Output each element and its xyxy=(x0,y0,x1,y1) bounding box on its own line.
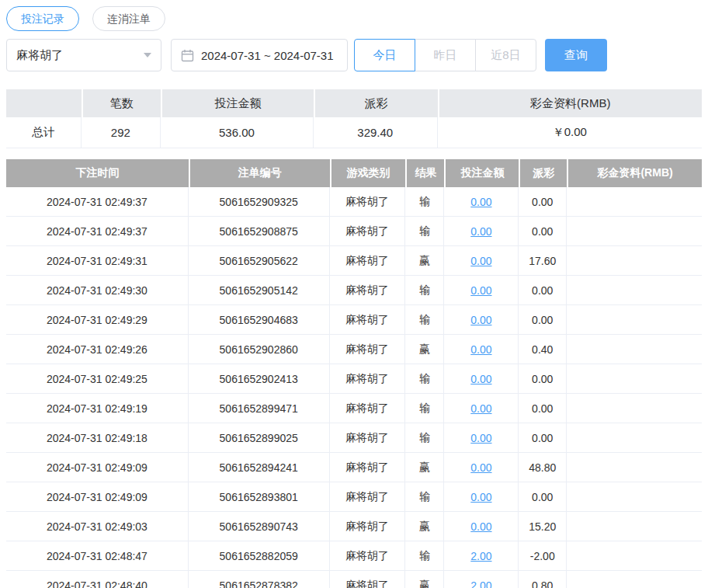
cell-game-type: 麻将胡了 xyxy=(330,512,406,541)
bet-records-table: 下注时间 注单编号 游戏类别 结果 投注金额 派彩 彩金资料(RMB) 2024… xyxy=(6,159,702,588)
bet-amount-link[interactable]: 2.00 xyxy=(470,550,491,562)
bet-amount-link[interactable]: 0.00 xyxy=(470,520,491,533)
cell-bet-amount: 0.00 xyxy=(444,364,519,394)
date-range-value: 2024-07-31 ~ 2024-07-31 xyxy=(201,49,334,62)
cell-bet-time: 2024-07-31 02:49:30 xyxy=(6,276,189,305)
table-row: 2024-07-31 02:49:09 5061652894241 麻将胡了 赢… xyxy=(6,453,702,482)
cell-game-type: 麻将胡了 xyxy=(330,305,406,335)
bet-amount-link[interactable]: 0.00 xyxy=(470,314,491,326)
cell-bonus xyxy=(567,512,702,541)
summary-header-count: 笔数 xyxy=(82,89,161,117)
game-select[interactable]: 麻将胡了 xyxy=(6,39,161,71)
cell-bet-amount: 0.00 xyxy=(444,423,519,453)
cell-result: 输 xyxy=(405,276,444,305)
bet-table-body: 2024-07-31 02:49:37 5061652909325 麻将胡了 输… xyxy=(6,187,702,588)
bet-amount-link[interactable]: 0.00 xyxy=(470,284,491,297)
cell-payout: 0.00 xyxy=(519,187,567,217)
bet-amount-link[interactable]: 0.00 xyxy=(470,432,491,444)
cell-bonus xyxy=(567,364,702,394)
tab-bet-records[interactable]: 投注记录 xyxy=(6,6,79,31)
cell-game-type: 麻将胡了 xyxy=(330,423,406,453)
cell-bonus xyxy=(567,423,702,453)
bet-amount-link[interactable]: 0.00 xyxy=(470,491,491,503)
filter-bar: 麻将胡了 2024-07-31 ~ 2024-07-31 今日 昨日 近8日 查… xyxy=(6,39,702,71)
cell-order-id: 5061652893801 xyxy=(189,482,330,512)
bet-amount-link[interactable]: 0.00 xyxy=(470,343,491,356)
cell-bet-amount: 2.00 xyxy=(444,571,519,588)
header-order-id: 注单编号 xyxy=(189,159,330,187)
cell-order-id: 5061652908875 xyxy=(189,217,330,246)
cell-order-id: 5061652905142 xyxy=(189,276,330,305)
tab-cancelled-orders[interactable]: 连消注单 xyxy=(92,6,165,31)
cell-result: 输 xyxy=(405,305,444,335)
cell-order-id: 5061652899025 xyxy=(189,423,330,453)
date-range-picker[interactable]: 2024-07-31 ~ 2024-07-31 xyxy=(171,39,348,71)
summary-header-row: 笔数 投注金额 派彩 彩金资料(RMB) xyxy=(6,89,702,117)
table-row: 2024-07-31 02:49:37 5061652908875 麻将胡了 输… xyxy=(6,217,702,246)
cell-result: 赢 xyxy=(405,246,444,276)
cell-result: 输 xyxy=(405,364,444,394)
table-row: 2024-07-31 02:49:29 5061652904683 麻将胡了 输… xyxy=(6,305,702,335)
summary-total-payout: 329.40 xyxy=(314,117,437,148)
search-button[interactable]: 查询 xyxy=(545,39,607,71)
cell-bet-time: 2024-07-31 02:48:47 xyxy=(6,541,189,571)
bet-amount-link[interactable]: 0.00 xyxy=(470,373,491,385)
bet-amount-link[interactable]: 0.00 xyxy=(470,461,491,474)
bet-amount-link[interactable]: 0.00 xyxy=(470,255,491,267)
cell-bet-amount: 0.00 xyxy=(444,335,519,364)
summary-total-bonus: ￥0.00 xyxy=(438,117,703,148)
cell-order-id: 5061652890743 xyxy=(189,512,330,541)
tab-bar: 投注记录 连消注单 xyxy=(6,6,702,31)
cell-game-type: 麻将胡了 xyxy=(330,394,406,423)
cell-result: 输 xyxy=(405,541,444,571)
summary-total-bet: 536.00 xyxy=(161,117,314,148)
cell-bet-time: 2024-07-31 02:48:40 xyxy=(6,571,189,588)
cell-result: 输 xyxy=(405,482,444,512)
bet-amount-link[interactable]: 0.00 xyxy=(470,225,491,238)
cell-bonus xyxy=(567,571,702,588)
cell-payout: 0.00 xyxy=(519,305,567,335)
cell-bonus xyxy=(567,217,702,246)
game-select-value: 麻将胡了 xyxy=(16,48,63,63)
cell-game-type: 麻将胡了 xyxy=(330,364,406,394)
cell-bet-amount: 0.00 xyxy=(444,217,519,246)
cell-payout: 0.00 xyxy=(519,394,567,423)
cell-bet-amount: 0.00 xyxy=(444,482,519,512)
table-row: 2024-07-31 02:49:25 5061652902413 麻将胡了 输… xyxy=(6,364,702,394)
cell-bet-time: 2024-07-31 02:49:09 xyxy=(6,453,189,482)
cell-game-type: 麻将胡了 xyxy=(330,571,406,588)
cell-bet-amount: 0.00 xyxy=(444,187,519,217)
cell-bet-time: 2024-07-31 02:49:37 xyxy=(6,187,189,217)
cell-bet-time: 2024-07-31 02:49:29 xyxy=(6,305,189,335)
cell-result: 输 xyxy=(405,217,444,246)
cell-result: 赢 xyxy=(405,512,444,541)
cell-bet-time: 2024-07-31 02:49:26 xyxy=(6,335,189,364)
cell-bet-amount: 0.00 xyxy=(444,512,519,541)
yesterday-button[interactable]: 昨日 xyxy=(415,39,476,71)
table-row: 2024-07-31 02:49:26 5061652902860 麻将胡了 赢… xyxy=(6,335,702,364)
bet-amount-link[interactable]: 2.00 xyxy=(470,579,491,588)
header-bet-time: 下注时间 xyxy=(6,159,189,187)
table-row: 2024-07-31 02:49:18 5061652899025 麻将胡了 输… xyxy=(6,423,702,453)
cell-bonus xyxy=(567,305,702,335)
bet-amount-link[interactable]: 0.00 xyxy=(470,196,491,208)
table-row: 2024-07-31 02:48:47 5061652882059 麻将胡了 输… xyxy=(6,541,702,571)
cell-bet-amount: 2.00 xyxy=(444,541,519,571)
table-row: 2024-07-31 02:49:30 5061652905142 麻将胡了 输… xyxy=(6,276,702,305)
cell-order-id: 5061652904683 xyxy=(189,305,330,335)
bet-records-page: 投注记录 连消注单 麻将胡了 2024-07-31 ~ 2024-07-31 今… xyxy=(0,0,708,588)
last-8-days-button[interactable]: 近8日 xyxy=(475,39,536,71)
cell-result: 输 xyxy=(405,394,444,423)
cell-game-type: 麻将胡了 xyxy=(330,453,406,482)
cell-bonus xyxy=(567,453,702,482)
bet-amount-link[interactable]: 0.00 xyxy=(470,402,491,415)
bet-table-header-row: 下注时间 注单编号 游戏类别 结果 投注金额 派彩 彩金资料(RMB) xyxy=(6,159,702,187)
cell-payout: 17.60 xyxy=(519,246,567,276)
cell-result: 输 xyxy=(405,423,444,453)
cell-bonus xyxy=(567,541,702,571)
cell-bonus xyxy=(567,276,702,305)
today-button[interactable]: 今日 xyxy=(354,39,415,71)
cell-bonus xyxy=(567,394,702,423)
cell-bet-amount: 0.00 xyxy=(444,453,519,482)
cell-game-type: 麻将胡了 xyxy=(330,217,406,246)
